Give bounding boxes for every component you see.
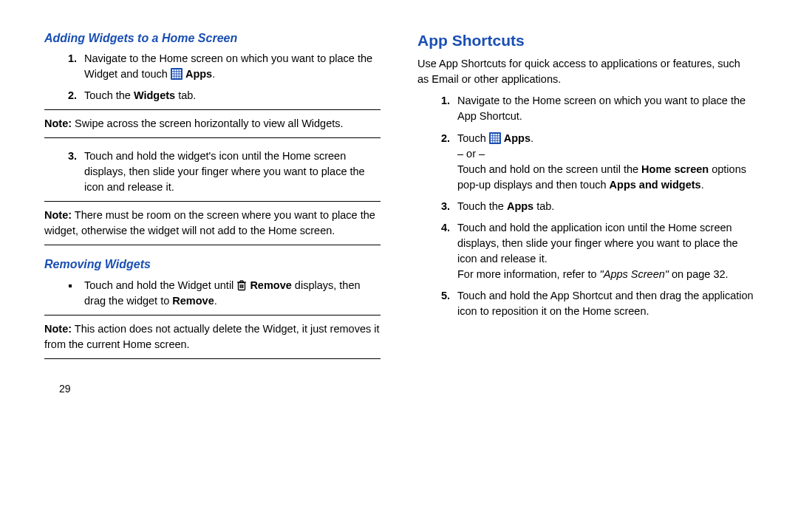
svg-rect-7 — [177, 72, 178, 73]
note-swipe: Note: Swipe across the screen horizontal… — [44, 109, 381, 138]
intro-text: Use App Shortcuts for quick access to ap… — [417, 56, 754, 87]
widgets-label: Widgets — [134, 89, 175, 101]
svg-rect-16 — [179, 77, 180, 78]
note-label: Note: — [44, 117, 72, 129]
note-text: There must be room on the screen where y… — [44, 209, 375, 236]
svg-rect-27 — [493, 134, 494, 135]
apps-label: Apps — [504, 132, 531, 144]
note-text: This action does not actually delete the… — [44, 323, 379, 350]
step-5: Touch and hold the App Shortcut and then… — [453, 288, 754, 319]
apps-grid-icon — [489, 132, 504, 144]
step-text: Touch and hold the widget's icon until t… — [84, 150, 365, 193]
note-not-delete: Note: This action does not actually dele… — [44, 315, 381, 359]
step-text: Touch the — [84, 89, 134, 101]
text-a: Touch and hold the Widget until — [84, 279, 236, 291]
heading-adding-widgets: Adding Widgets to a Home Screen — [44, 30, 381, 47]
svg-rect-34 — [491, 138, 492, 140]
svg-rect-6 — [174, 72, 176, 73]
adding-widgets-steps-cont: Touch and hold the widget's icon until t… — [44, 149, 381, 195]
step-text-end: . — [212, 68, 215, 80]
svg-rect-39 — [493, 140, 494, 142]
svg-rect-4 — [179, 69, 180, 71]
step-text: Navigate to the Home screen on which you… — [457, 95, 746, 122]
step-text-end: tab. — [175, 89, 196, 101]
svg-rect-40 — [495, 140, 497, 142]
svg-rect-10 — [174, 75, 176, 76]
trash-icon — [236, 279, 250, 291]
text-c: . — [214, 295, 217, 307]
svg-rect-36 — [495, 138, 497, 140]
svg-rect-28 — [495, 134, 497, 135]
svg-rect-14 — [174, 77, 176, 78]
right-column: App Shortcuts Use App Shortcuts for quic… — [417, 30, 754, 517]
step-2: Touch the Widgets tab. — [80, 88, 381, 103]
svg-rect-3 — [177, 69, 178, 71]
svg-rect-1 — [172, 69, 174, 71]
text-b: For more information, refer to — [457, 268, 600, 280]
apps-label: Apps — [185, 68, 212, 80]
svg-rect-8 — [179, 72, 180, 73]
left-column: Adding Widgets to a Home Screen Navigate… — [44, 30, 381, 517]
heading-app-shortcuts: App Shortcuts — [417, 30, 754, 52]
note-text: Swipe across the screen horizontally to … — [72, 117, 344, 129]
text-c: on page 32. — [669, 268, 729, 280]
heading-removing-widgets: Removing Widgets — [44, 256, 381, 273]
text-b: tab. — [533, 200, 554, 212]
text-a: Touch — [457, 132, 489, 144]
svg-rect-9 — [172, 75, 174, 76]
text-a: Touch the — [457, 200, 507, 212]
svg-rect-38 — [491, 140, 492, 142]
step-text: Navigate to the Home screen on which you… — [84, 52, 372, 80]
svg-rect-31 — [493, 136, 494, 137]
removing-widgets-list: Touch and hold the Widget until — [44, 278, 381, 309]
text-b: . — [531, 132, 533, 144]
page-number: 29 — [59, 381, 381, 396]
svg-rect-12 — [179, 75, 180, 76]
svg-rect-41 — [497, 140, 499, 142]
step-2: Touch Apps. — [453, 131, 754, 193]
svg-rect-32 — [495, 136, 497, 137]
svg-rect-37 — [497, 138, 499, 140]
step-text: Touch and hold the App Shortcut and then… — [457, 290, 754, 317]
or-line: – or – — [457, 146, 754, 162]
remove-label-1: Remove — [250, 279, 291, 291]
text-a: Touch and hold the application icon unti… — [457, 220, 754, 267]
svg-rect-26 — [491, 134, 492, 135]
step-1: Navigate to the Home screen on which you… — [453, 93, 754, 124]
svg-rect-5 — [172, 72, 174, 73]
document-page: Adding Widgets to a Home Screen Navigate… — [0, 0, 798, 532]
svg-rect-30 — [491, 136, 492, 137]
apps-screen-ref: "Apps Screen" — [600, 268, 669, 280]
note-label: Note: — [44, 209, 72, 221]
svg-rect-13 — [172, 77, 174, 78]
svg-rect-35 — [493, 138, 494, 140]
remove-label-2: Remove — [172, 295, 214, 307]
apps-tab-label: Apps — [507, 200, 533, 212]
svg-rect-2 — [174, 69, 176, 71]
apps-grid-icon — [171, 68, 185, 80]
apps-widgets-label: Apps and widgets — [610, 179, 701, 191]
note-room: Note: There must be room on the screen w… — [44, 201, 381, 245]
step-1: Navigate to the Home screen on which you… — [80, 51, 381, 82]
adding-widgets-steps: Navigate to the Home screen on which you… — [44, 51, 381, 103]
remove-instruction: Touch and hold the Widget until — [80, 278, 381, 309]
svg-rect-15 — [177, 77, 178, 78]
svg-rect-11 — [177, 75, 178, 76]
text-e: . — [701, 179, 704, 191]
step-3: Touch the Apps tab. — [453, 199, 754, 214]
text-c: Touch and hold on the screen until the — [457, 163, 641, 175]
home-screen-label: Home screen — [641, 163, 709, 175]
shortcut-steps: Navigate to the Home screen on which you… — [417, 93, 754, 318]
note-label: Note: — [44, 323, 72, 335]
svg-rect-33 — [497, 136, 499, 137]
svg-rect-29 — [497, 134, 499, 135]
step-4: Touch and hold the application icon unti… — [453, 220, 754, 282]
step-3: Touch and hold the widget's icon until t… — [80, 149, 381, 195]
